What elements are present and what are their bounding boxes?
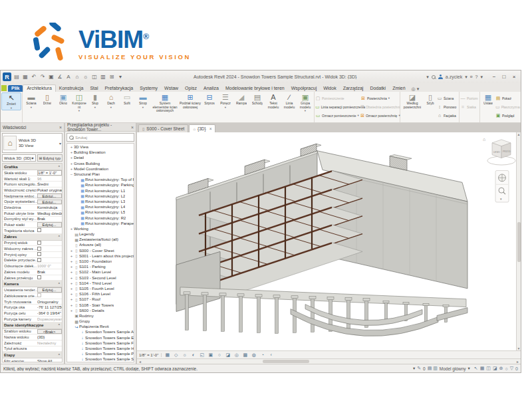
selection-toggle-icon[interactable]: ⊕: [499, 366, 503, 371]
edit-type-button[interactable]: ⊞ Edytuj typ: [37, 154, 63, 162]
qat-icon[interactable]: ↷: [39, 74, 46, 80]
view-instance-select[interactable]: Widok 3D: {3D}▾: [2, 154, 36, 162]
property-section-grafika[interactable]: Grafika⌃: [3, 164, 62, 170]
property-section-kamera[interactable]: Kamera⌃: [3, 281, 62, 287]
scroll-left-icon[interactable]: ◄: [137, 360, 143, 364]
steering-wheel-icon[interactable]: [499, 174, 506, 182]
viewcube-front-face[interactable]: PRZÓD: [503, 150, 511, 153]
search-icon[interactable]: [432, 75, 436, 79]
ribbon-tab-zmie-[interactable]: Zmień: [389, 85, 408, 92]
tree-item-rzut-konstrukcyjny-r2[interactable]: ▦Rzut konstrukcyjny: R2: [67, 215, 134, 220]
minimize-button[interactable]: −: [489, 72, 499, 81]
selection-toggle-icon[interactable]: ◫: [486, 366, 491, 371]
qat-icon[interactable]: ☼: [82, 74, 89, 80]
type-selector[interactable]: ⌂ Widok 3D 3D View ▾: [2, 133, 63, 153]
view-control-icon[interactable]: ◪: [225, 352, 231, 358]
help-menu-arrow[interactable]: ▾: [480, 74, 483, 80]
property-value[interactable]: Średni: [37, 182, 62, 186]
ribbon-button-facjatka[interactable]: ⌂Facjatka: [437, 111, 458, 120]
selection-toggle-icon[interactable]: ○: [505, 366, 507, 371]
ribbon-button-dach[interactable]: ⌂Dach▾: [103, 92, 119, 109]
tree-item-rzut-konstrukcyjny-parking[interactable]: ▦Rzut konstrukcyjny: Parking: [67, 182, 134, 188]
ribbon-button-poręcz[interactable]: ☰Poręcz▾: [217, 92, 233, 109]
tree-item-połączenia-revit[interactable]: ↪Połączenia Revit: [67, 324, 134, 329]
qat-icon[interactable]: ▾: [117, 74, 124, 80]
tree-expander[interactable]: +: [69, 259, 74, 263]
view-control-icon[interactable]: ☼: [182, 352, 188, 357]
app-store-icon[interactable]: ¤: [470, 74, 473, 79]
ribbon-tab-zarz-dzaj[interactable]: Zarządzaj: [340, 85, 367, 92]
property-section-dane-identyfikacyjne[interactable]: Dane identyfikacyjne⌃: [3, 323, 62, 329]
property-value[interactable]: -76' 11 127/256": [37, 305, 62, 309]
workset-icon[interactable]: ✎: [417, 366, 421, 371]
view-tab-s000-cover-sheet[interactable]: ▯S000 - Cover Sheet: [138, 124, 188, 132]
selection-toggle-icon[interactable]: ◪: [493, 366, 497, 371]
property-section-zakres[interactable]: Zakres⌃: [3, 234, 62, 241]
tree-expander[interactable]: +: [69, 167, 74, 171]
ribbon-tab-analiza[interactable]: Analiza: [200, 85, 222, 92]
tree-item-detail[interactable]: +Detail: [67, 155, 134, 160]
tree-item-rzut-konstrukcyjny-l5[interactable]: ▦Rzut konstrukcyjny: L5: [67, 209, 134, 215]
ribbon-tab-prefabrykacja[interactable]: Prefabrykacja: [101, 85, 136, 92]
tree-item-s107-roof[interactable]: +▯S107 - Roof: [67, 297, 134, 302]
viewcube-left-face[interactable]: LEWO: [493, 151, 500, 154]
tree-expander[interactable]: +: [69, 292, 74, 296]
view-control-icon[interactable]: ‹: [268, 352, 274, 357]
property-value[interactable]: 1/8" = 1'-0": [37, 170, 62, 176]
tree-item-gross-building[interactable]: +Gross Building: [67, 161, 134, 166]
search-input[interactable]: [75, 136, 132, 140]
file-tab[interactable]: Plik: [8, 85, 23, 92]
ribbon-button-sufit[interactable]: ▭Sufit: [119, 92, 135, 106]
view-control-icon[interactable]: ◔: [259, 352, 265, 357]
scroll-up-icon[interactable]: ▲: [517, 132, 521, 136]
tree-expander[interactable]: +: [69, 270, 74, 274]
ribbon-tab-konstrukcja[interactable]: Konstrukcja: [56, 85, 87, 92]
tree-item-snowdon-towers-sample-plumb[interactable]: ↓Snowdon Towers Sample Plumb: [67, 351, 134, 356]
view-scale[interactable]: 1/8" = 1'-0": [139, 353, 162, 357]
ribbon-button-system-elementów-ścian-osłonowych[interactable]: ▦System elementów ścian osłonowych: [151, 92, 179, 113]
ribbon-tab-wstaw[interactable]: Wstaw: [161, 85, 182, 92]
tree-item-zestawienia-ilości-all-[interactable]: ▦Zestawienia/Ilości (all): [67, 237, 134, 242]
tree-item-rzut-konstrukcyjny-l3[interactable]: ▦Rzut konstrukcyjny: L3: [67, 199, 134, 204]
view-control-icon[interactable]: ◱: [199, 352, 205, 358]
tree-expander[interactable]: +: [69, 309, 74, 313]
view-control-icon[interactable]: ◇: [173, 352, 179, 358]
horizontal-scrollbar[interactable]: ◄ ►: [137, 358, 521, 364]
tree-item-s104-third-level[interactable]: +▯S104 - Third Level: [67, 281, 134, 286]
view-control-icon[interactable]: ◍: [251, 352, 257, 358]
ribbon-button-linia-modelu[interactable]: ∕Linia modelu: [281, 92, 297, 109]
tree-expander[interactable]: +: [69, 276, 74, 280]
selection-toggle-icon[interactable]: ↖: [474, 366, 478, 371]
ribbon-button-rampa[interactable]: ◢Rampa: [233, 92, 249, 106]
tree-item-s108-stair-towers[interactable]: +▯S108 - Stair Towers: [67, 302, 134, 307]
vertical-scrollbar[interactable]: ▲ ▼: [516, 132, 521, 350]
tree-item-snowdon-towers-sample-electri[interactable]: ↓Snowdon Towers Sample Electri: [67, 335, 134, 340]
ribbon-button-ściana[interactable]: ▬Ściana▾: [23, 92, 39, 109]
checkbox[interactable]: [37, 252, 41, 256]
selection-toggle-icon[interactable]: ▦: [480, 366, 485, 371]
view-control-icon[interactable]: ▩: [242, 352, 248, 358]
tree-expander[interactable]: +: [69, 265, 74, 269]
checkbox[interactable]: [37, 275, 41, 279]
tree-item-rzut-konstrukcyjny-parapet[interactable]: ▦Rzut konstrukcyjny: Parapet: [67, 221, 134, 226]
ribbon-button-ustaw[interactable]: ▦Ustaw: [481, 92, 495, 106]
ribbon-tab-dodatki[interactable]: Dodatki: [366, 85, 389, 92]
view-control-icon[interactable]: ○: [216, 352, 222, 357]
section-collapse-icon[interactable]: ⌃: [58, 235, 61, 239]
tree-expander[interactable]: +: [69, 145, 74, 149]
tree-expander[interactable]: +: [69, 162, 74, 166]
property-value[interactable]: Edytuj...: [37, 287, 62, 293]
section-collapse-icon[interactable]: ⌃: [58, 353, 61, 357]
property-value[interactable]: Edytuj...: [37, 222, 62, 227]
tree-item-arkusze-all-[interactable]: ▯Arkusze (all): [67, 242, 134, 247]
help-icon[interactable]: ?: [475, 74, 478, 79]
tree-item-grupy[interactable]: ▩Grupy: [67, 319, 134, 324]
main-model-select[interactable]: Model główny: [440, 366, 466, 371]
ribbon-button-linia-separacji-pomieszczenia[interactable]: ▭Linia separacji pomieszczenia: [315, 102, 360, 111]
horizontal-scroll-thumb[interactable]: [263, 360, 309, 363]
restore-button[interactable]: □: [499, 72, 509, 81]
tree-expander[interactable]: −: [69, 172, 74, 176]
section-collapse-icon[interactable]: ⌃: [58, 323, 61, 327]
view-tab-close-icon[interactable]: ×: [209, 126, 212, 131]
checkbox[interactable]: [37, 228, 41, 232]
